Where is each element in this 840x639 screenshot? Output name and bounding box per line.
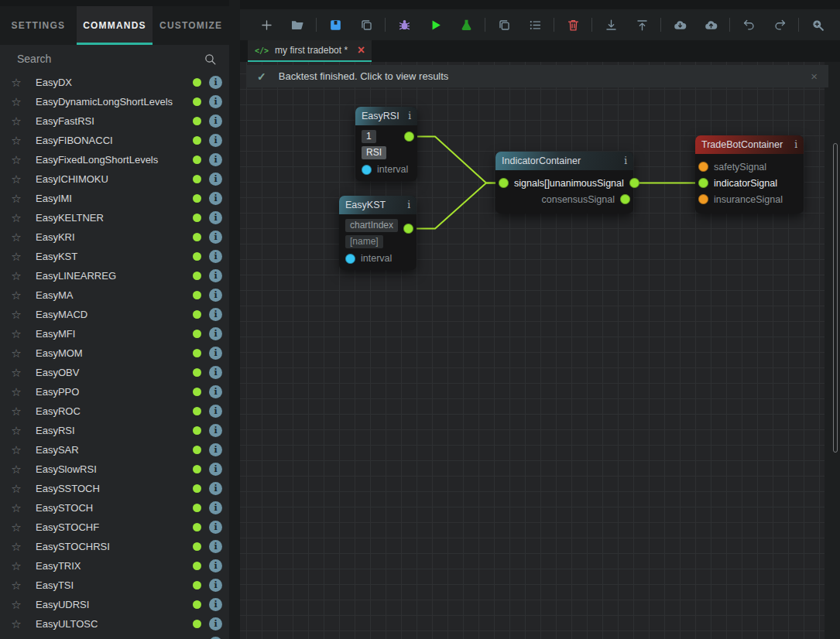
command-list-item[interactable]: ☆EasyIMIi xyxy=(0,189,229,208)
info-icon[interactable]: i xyxy=(209,231,222,244)
command-list-item[interactable]: ☆EasyPPOi xyxy=(0,382,229,402)
notification-bar[interactable]: ✓ Backtest finished. Click to view resul… xyxy=(246,65,828,87)
info-icon[interactable]: i xyxy=(209,211,222,224)
canvas-scrollbar-track[interactable] xyxy=(825,62,840,639)
command-list-item[interactable]: ☆EasyTRIXi xyxy=(0,556,229,576)
info-icon[interactable]: i xyxy=(209,327,222,340)
info-icon[interactable]: i xyxy=(209,347,222,360)
sidebar-tab-commands[interactable]: COMMANDS xyxy=(77,6,153,45)
info-icon[interactable]: i xyxy=(209,521,222,534)
node-canvas[interactable]: EasyRSI i 1 RSI interval EasyKST i xyxy=(240,62,840,639)
command-list-item[interactable]: ☆EasyFastRSIi xyxy=(0,111,229,131)
run-play-button[interactable] xyxy=(420,9,451,40)
favorite-star-icon[interactable]: ☆ xyxy=(9,463,23,475)
command-list-item[interactable]: ☆EasyULTOSCi xyxy=(0,614,229,634)
favorite-star-icon[interactable]: ☆ xyxy=(9,96,23,108)
node-easykst[interactable]: EasyKST i chartIndex [name] interval xyxy=(339,196,417,270)
command-list-item[interactable]: ☆EasyROCi xyxy=(0,402,229,421)
info-icon[interactable]: i xyxy=(209,559,222,572)
info-icon[interactable]: i xyxy=(209,308,222,321)
list-button[interactable] xyxy=(519,9,550,40)
command-list-item[interactable]: ☆EasyUDRSIi xyxy=(0,595,229,614)
command-list-item[interactable]: ☆EasyICHIMOKUi xyxy=(0,169,229,189)
info-icon[interactable]: i xyxy=(407,200,410,210)
info-icon[interactable]: i xyxy=(209,134,222,147)
notification-close-icon[interactable]: × xyxy=(811,70,818,83)
favorite-star-icon[interactable]: ☆ xyxy=(9,560,23,572)
favorite-star-icon[interactable]: ☆ xyxy=(9,270,23,282)
favorite-star-icon[interactable]: ☆ xyxy=(9,251,23,262)
command-list-item[interactable]: ☆EasyFIBONACCIi xyxy=(0,131,229,150)
info-icon[interactable]: i xyxy=(209,173,222,186)
node-field-value[interactable]: 1 xyxy=(362,130,376,143)
command-list-item[interactable]: ☆EasyKELTNERi xyxy=(0,208,229,227)
favorite-star-icon[interactable]: ☆ xyxy=(9,386,23,398)
favorite-star-icon[interactable]: ☆ xyxy=(9,579,23,591)
port-output[interactable] xyxy=(404,132,414,142)
undo-button[interactable] xyxy=(733,9,764,40)
cloud-upload-button[interactable] xyxy=(695,9,726,40)
port-signals-input[interactable] xyxy=(499,178,509,188)
copy-button[interactable] xyxy=(489,9,519,40)
debug-bug-button[interactable] xyxy=(389,9,420,40)
node-field-value[interactable]: chartIndex xyxy=(345,219,398,232)
info-icon[interactable]: i xyxy=(209,192,222,205)
info-icon[interactable]: i xyxy=(794,139,797,150)
zoom-button[interactable] xyxy=(802,9,833,40)
import-download-button[interactable] xyxy=(595,9,626,40)
info-icon[interactable]: i xyxy=(209,95,222,108)
info-icon[interactable]: i xyxy=(209,463,222,476)
new-button[interactable] xyxy=(251,9,282,40)
favorite-star-icon[interactable]: ☆ xyxy=(9,347,23,359)
favorite-star-icon[interactable]: ☆ xyxy=(9,444,23,456)
favorite-star-icon[interactable]: ☆ xyxy=(9,173,23,185)
favorite-star-icon[interactable]: ☆ xyxy=(9,425,23,436)
command-list-item[interactable]: ☆EasyMOMi xyxy=(0,343,229,363)
node-field-value[interactable]: RSI xyxy=(362,146,386,159)
port-interval[interactable] xyxy=(345,254,355,264)
favorite-star-icon[interactable]: ☆ xyxy=(9,309,23,320)
favorite-star-icon[interactable]: ☆ xyxy=(9,154,23,166)
command-list-item[interactable]: ☆EasyMACDi xyxy=(0,305,229,324)
favorite-star-icon[interactable]: ☆ xyxy=(9,115,23,127)
duplicate-button[interactable] xyxy=(351,9,382,40)
port-indicator-input[interactable] xyxy=(698,178,708,188)
tab-close-icon[interactable]: × xyxy=(358,44,365,56)
command-list-item[interactable]: ☆EasyMAi xyxy=(0,285,229,305)
node-field-value[interactable]: [name] xyxy=(345,235,383,248)
favorite-star-icon[interactable]: ☆ xyxy=(9,367,23,378)
command-list-item[interactable]: ☆EasyLINEARREGi xyxy=(0,266,229,285)
favorite-star-icon[interactable]: ☆ xyxy=(9,483,23,494)
command-list-item[interactable]: ☆EasyRSIi xyxy=(0,421,229,440)
favorite-star-icon[interactable]: ☆ xyxy=(9,135,23,146)
favorite-star-icon[interactable]: ☆ xyxy=(9,328,23,340)
command-list-item[interactable]: ☆EasySTOCHi xyxy=(0,498,229,518)
favorite-star-icon[interactable]: ☆ xyxy=(9,193,23,204)
info-icon[interactable]: i xyxy=(209,540,222,553)
command-list-item[interactable]: ☆EasyDynamicLongShortLevelsi xyxy=(0,92,229,111)
port-consensus-output[interactable] xyxy=(620,194,630,204)
command-list-item[interactable]: ☆EasyMFIi xyxy=(0,324,229,343)
info-icon[interactable]: i xyxy=(209,598,222,611)
info-icon[interactable]: i xyxy=(209,76,222,89)
command-list-item[interactable]: ☆EasyFixedLongShortLevelsi xyxy=(0,150,229,169)
info-icon[interactable]: i xyxy=(209,617,222,630)
command-list-item[interactable]: ☆EasySlowRSIi xyxy=(0,460,229,479)
info-icon[interactable]: i xyxy=(209,501,222,514)
export-upload-button[interactable] xyxy=(626,9,657,40)
info-icon[interactable]: i xyxy=(209,385,222,398)
favorite-star-icon[interactable]: ☆ xyxy=(9,289,23,301)
favorite-star-icon[interactable]: ☆ xyxy=(9,521,23,533)
info-icon[interactable]: i xyxy=(209,269,222,282)
favorite-star-icon[interactable]: ☆ xyxy=(9,212,23,224)
favorite-star-icon[interactable]: ☆ xyxy=(9,599,23,610)
edge-connection[interactable] xyxy=(409,137,504,183)
favorite-star-icon[interactable]: ☆ xyxy=(9,618,23,630)
command-list-item[interactable]: ☆EasyKRIi xyxy=(0,227,229,247)
info-icon[interactable]: i xyxy=(209,250,222,263)
info-icon[interactable]: i xyxy=(209,482,222,495)
port-interval[interactable] xyxy=(362,165,372,175)
info-icon[interactable]: i xyxy=(209,405,222,418)
edge-connection[interactable] xyxy=(409,183,504,229)
command-list-item[interactable]: ☆EasySTOCHFi xyxy=(0,518,229,537)
